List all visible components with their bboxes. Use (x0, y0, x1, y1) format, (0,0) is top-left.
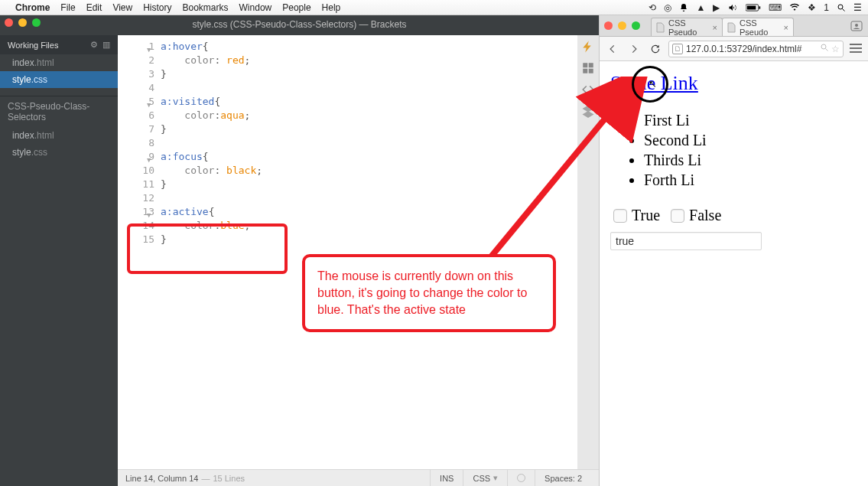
app-name[interactable]: Chrome (15, 2, 50, 13)
list-item: First Li (644, 110, 857, 130)
svg-rect-6 (589, 63, 593, 67)
tab-label: CSS Pseudo (740, 18, 784, 37)
split-icon[interactable]: ▥ (102, 40, 110, 50)
svg-rect-1 (747, 5, 756, 9)
window-title: style.css (CSS-Pseudo-Class-Selectors) —… (0, 15, 599, 34)
extensions-icon[interactable] (581, 61, 595, 75)
address-bar[interactable]: 🗋 127.0.0.1:53729/index.html# ☆ (668, 41, 844, 57)
menu-window[interactable]: Window (239, 2, 272, 13)
brackets-window: style.css (CSS-Pseudo-Class-Selectors) —… (0, 15, 599, 486)
page-icon (656, 22, 665, 33)
forward-button[interactable] (626, 41, 642, 57)
working-file-style[interactable]: style.css (0, 71, 118, 88)
svg-rect-5 (583, 63, 587, 67)
chrome-zoom-button[interactable] (632, 21, 640, 30)
statusbar: Line 14, Column 14 — 15 Lines INS CSS▾ S… (118, 469, 599, 486)
cursor-position[interactable]: Line 14, Column 14 (125, 474, 198, 483)
gear-icon[interactable]: ⚙ (90, 40, 98, 50)
language-mode[interactable]: CSS▾ (463, 470, 507, 487)
tab-close-icon[interactable]: × (784, 23, 788, 32)
svg-rect-7 (583, 69, 587, 73)
svg-rect-8 (589, 69, 593, 73)
indent-setting[interactable]: Spaces: 2 (535, 470, 591, 487)
tab-label: CSS Pseudo (668, 18, 713, 37)
screencast-icon[interactable]: ⟲ (649, 2, 656, 13)
bookmark-star-icon[interactable]: ☆ (831, 44, 840, 54)
project-file-index[interactable]: index.html (0, 127, 118, 144)
rendered-page: Some Link First Li Second Li Thirds Li F… (600, 61, 868, 486)
wifi-icon[interactable] (789, 3, 800, 12)
line-count: 15 Lines (213, 474, 245, 483)
menu-people[interactable]: People (282, 2, 310, 13)
chrome-tabstrip: CSS Pseudo × CSS Pseudo × (600, 15, 868, 37)
insert-mode[interactable]: INS (430, 470, 463, 487)
tab-close-icon[interactable]: × (713, 23, 717, 32)
spotlight-icon[interactable] (837, 3, 846, 12)
creative-cloud-icon[interactable]: ◎ (664, 2, 671, 13)
lint-status[interactable] (507, 470, 535, 487)
battery-icon[interactable] (746, 4, 761, 11)
menu-file[interactable]: File (60, 2, 75, 13)
brackets-right-rail (577, 35, 599, 469)
volume-icon[interactable] (727, 3, 738, 12)
working-file-index[interactable]: index.html (0, 54, 118, 71)
chrome-toolbar: 🗋 127.0.0.1:53729/index.html# ☆ (600, 37, 868, 61)
code-area[interactable]: a:hover{ color: red;}a:visited{ color:aq… (161, 35, 577, 469)
chrome-minimize-button[interactable] (618, 21, 626, 30)
text-input[interactable] (610, 232, 762, 250)
svg-line-12 (826, 49, 828, 51)
browser-tab-2[interactable]: CSS Pseudo × (722, 18, 794, 36)
keyboard-icon[interactable]: ⌨ (769, 2, 782, 13)
browser-tab-1[interactable]: CSS Pseudo × (651, 18, 723, 36)
page-icon (727, 22, 736, 33)
demo-link[interactable]: Some Link (610, 72, 698, 94)
checkbox-true-label: True (632, 207, 660, 224)
chrome-window: CSS Pseudo × CSS Pseudo × 🗋 127.0.0.1:53… (599, 15, 868, 486)
zoom-icon[interactable] (820, 43, 829, 54)
chrome-menu-button[interactable] (848, 41, 863, 57)
code-tag-icon[interactable] (581, 83, 595, 96)
bell-icon[interactable] (679, 3, 688, 12)
site-info-icon[interactable]: 🗋 (672, 44, 683, 54)
svg-point-11 (821, 44, 826, 49)
svg-point-3 (838, 5, 843, 9)
project-header[interactable]: CSS-Pseudo-Class-Selectors (0, 96, 118, 127)
menu-history[interactable]: History (143, 2, 171, 13)
play-icon[interactable]: ▶ (713, 2, 720, 13)
reload-button[interactable] (647, 41, 664, 57)
list-item: Forth Li (644, 170, 857, 190)
notifications-icon[interactable]: ☰ (853, 2, 862, 13)
project-file-style[interactable]: style.css (0, 144, 118, 161)
svg-line-4 (843, 8, 845, 11)
menu-bookmarks[interactable]: Bookmarks (183, 2, 229, 13)
live-preview-icon[interactable] (581, 40, 595, 54)
layers-icon[interactable] (581, 104, 595, 118)
demo-list: First Li Second Li Thirds Li Forth Li (644, 110, 857, 190)
working-files-header[interactable]: Working Files ⚙ ▥ (0, 35, 118, 54)
back-button[interactable] (604, 41, 621, 57)
svg-rect-2 (759, 6, 761, 8)
menu-edit[interactable]: Edit (86, 2, 102, 13)
svg-point-10 (855, 24, 858, 27)
menu-help[interactable]: Help (322, 2, 341, 13)
working-files-label: Working Files (8, 41, 58, 50)
menu-view[interactable]: View (112, 2, 132, 13)
list-item: Thirds Li (644, 150, 857, 170)
gdrive-icon[interactable]: ▲ (696, 2, 705, 13)
menubar-tray: ⟲ ◎ ▲ ▶ ⌨ ❖ 1 ☰ (649, 2, 862, 13)
brackets-sidebar: Working Files ⚙ ▥ index.html style.css C… (0, 35, 118, 486)
list-item: Second Li (644, 130, 857, 150)
chrome-close-button[interactable] (604, 21, 613, 30)
input-icon[interactable]: ❖ (808, 2, 816, 13)
clock-text[interactable]: 1 (824, 2, 829, 13)
checkbox-false[interactable] (671, 209, 684, 223)
code-editor[interactable]: 123456789101112131415 a:hover{ color: re… (118, 35, 577, 469)
line-gutter: 123456789101112131415 (118, 35, 161, 469)
macos-menubar: Chrome File Edit View History Bookmarks … (0, 0, 868, 15)
url-text: 127.0.0.1:53729/index.html# (686, 44, 801, 54)
checkbox-true[interactable] (613, 209, 627, 223)
checkbox-false-label: False (689, 207, 721, 224)
avatar-menu-button[interactable] (850, 20, 863, 32)
